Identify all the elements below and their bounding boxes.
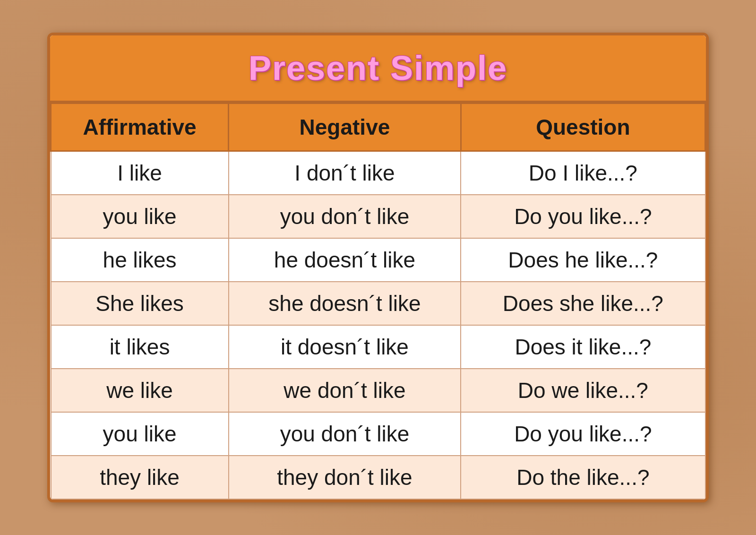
table-row: you likeyou don´t likeDo you like...?: [51, 412, 705, 456]
title-bar: Present Simple: [50, 35, 706, 103]
table-cell: they like: [51, 456, 229, 499]
table-cell: you don´t like: [229, 195, 461, 238]
table-cell: it doesn´t like: [229, 325, 461, 369]
table-cell: Does he like...?: [461, 238, 705, 282]
header-affirmative: Affirmative: [51, 104, 229, 151]
table-cell: he likes: [51, 238, 229, 282]
table-row: you likeyou don´t likeDo you like...?: [51, 195, 705, 238]
header-row: Affirmative Negative Question: [51, 104, 705, 151]
table-cell: Do I like...?: [461, 151, 705, 195]
table-cell: I don´t like: [229, 151, 461, 195]
header-negative: Negative: [229, 104, 461, 151]
header-question: Question: [461, 104, 705, 151]
table-cell: Does she like...?: [461, 282, 705, 325]
table-cell: I like: [51, 151, 229, 195]
table-row: She likesshe doesn´t likeDoes she like..…: [51, 282, 705, 325]
table-cell: we like: [51, 369, 229, 412]
table-cell: you like: [51, 195, 229, 238]
table-row: they likethey don´t likeDo the like...?: [51, 456, 705, 499]
table-cell: she doesn´t like: [229, 282, 461, 325]
table-body: I likeI don´t likeDo I like...?you likey…: [51, 151, 705, 500]
table-cell: he doesn´t like: [229, 238, 461, 282]
page-title: Present Simple: [249, 49, 507, 87]
table-cell: we don´t like: [229, 369, 461, 412]
main-card: Present Simple Affirmative Negative Ques…: [47, 33, 709, 502]
table-cell: you don´t like: [229, 412, 461, 456]
table-cell: Do you like...?: [461, 195, 705, 238]
table-row: we likewe don´t likeDo we like...?: [51, 369, 705, 412]
table-row: it likesit doesn´t likeDoes it like...?: [51, 325, 705, 369]
table-row: I likeI don´t likeDo I like...?: [51, 151, 705, 195]
table-cell: Does it like...?: [461, 325, 705, 369]
table-cell: She likes: [51, 282, 229, 325]
table-cell: you like: [51, 412, 229, 456]
table-cell: they don´t like: [229, 456, 461, 499]
table-cell: Do we like...?: [461, 369, 705, 412]
table-cell: it likes: [51, 325, 229, 369]
table-row: he likeshe doesn´t likeDoes he like...?: [51, 238, 705, 282]
table-cell: Do the like...?: [461, 456, 705, 499]
conjugation-table: Affirmative Negative Question I likeI do…: [50, 103, 706, 500]
table-cell: Do you like...?: [461, 412, 705, 456]
